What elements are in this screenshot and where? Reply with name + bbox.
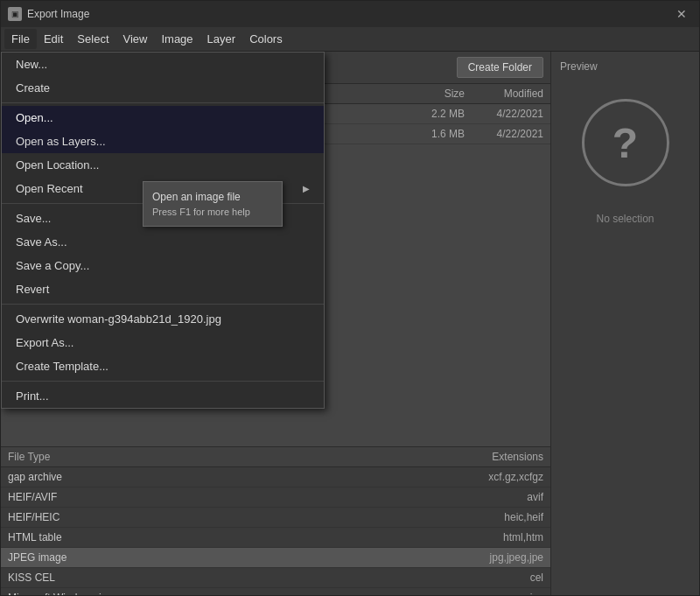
col-header-modified: Modified — [465, 88, 543, 100]
file-size: 2.2 MB — [395, 108, 465, 120]
menu-item-open-location[interactable]: Open Location... — [2, 153, 324, 177]
ft-type: HTML table — [8, 531, 403, 543]
menu-item-revert[interactable]: Revert — [2, 277, 324, 301]
ft-row-heif-avif[interactable]: HEIF/AVIF avif — [1, 487, 550, 508]
ft-type: HEIF/AVIF — [8, 491, 403, 503]
ft-ext: ico — [403, 592, 543, 595]
ft-col-ext-header: Extensions — [403, 451, 543, 463]
ft-type: gap archive — [8, 471, 403, 483]
menu-edit[interactable]: Edit — [37, 29, 70, 49]
menu-item-create[interactable]: Create — [2, 76, 324, 100]
main-window: ▣ Export Image ✕ File Edit Select View I… — [0, 0, 700, 596]
ft-row-heif-heic[interactable]: HEIF/HEIC heic,heif — [1, 508, 550, 528]
ft-type: KISS CEL — [8, 571, 403, 584]
menu-bar: File Edit Select View Image Layer Colors — [1, 27, 699, 52]
submenu-title: Open an image file — [152, 189, 273, 205]
menu-view[interactable]: View — [116, 29, 155, 49]
menu-item-create-template[interactable]: Create Template... — [2, 354, 324, 378]
ft-row-gap[interactable]: gap archive xcf.gz,xcfgz — [1, 467, 550, 487]
separator-1 — [2, 102, 324, 103]
menu-colors[interactable]: Colors — [242, 29, 290, 49]
file-modified: 4/22/2021 — [465, 108, 543, 120]
menu-layer[interactable]: Layer — [200, 29, 243, 49]
menu-item-export-as[interactable]: Export As... — [2, 331, 324, 354]
ft-col-type-header: File Type — [8, 451, 403, 463]
title-bar-left: ▣ Export Image — [8, 7, 89, 21]
menu-image[interactable]: Image — [154, 29, 200, 49]
separator-4 — [2, 381, 324, 382]
ft-ext: xcf.gz,xcfgz — [403, 471, 543, 483]
ft-ext: heic,heif — [403, 511, 543, 523]
main-content: Create Folder ^ Name Size Modified 2.2 M… — [1, 52, 699, 595]
preview-label: Preview — [560, 60, 598, 73]
ft-type: HEIF/HEIC — [8, 511, 403, 523]
menu-select[interactable]: Select — [70, 29, 116, 49]
menu-item-new[interactable]: New... — [2, 53, 324, 76]
ft-row-ico[interactable]: Microsoft Windows icon ico — [1, 588, 550, 595]
ft-type: Microsoft Windows icon — [8, 592, 403, 595]
file-size: 1.6 MB — [395, 128, 465, 140]
ft-ext: jpg,jpeg,jpe — [403, 551, 543, 564]
menu-item-save-as[interactable]: Save As... — [2, 230, 324, 254]
preview-panel: Preview ? No selection — [550, 52, 699, 595]
ft-row-html[interactable]: HTML table html,htm — [1, 528, 550, 548]
ft-row-kiss[interactable]: KISS CEL cel — [1, 568, 550, 588]
submenu-hint: Press F1 for more help — [152, 205, 273, 219]
ft-ext: cel — [403, 571, 543, 584]
col-header-size: Size — [395, 88, 465, 100]
ft-header: File Type Extensions — [1, 447, 550, 467]
ft-type: JPEG image — [8, 551, 403, 564]
menu-item-open[interactable]: Open... — [2, 106, 324, 130]
close-button[interactable]: ✕ — [671, 5, 692, 23]
no-selection-text: No selection — [596, 213, 654, 225]
menu-file[interactable]: File — [4, 29, 37, 49]
menu-item-save-copy[interactable]: Save a Copy... — [2, 254, 324, 277]
window-title: Export Image — [27, 8, 89, 20]
file-dropdown-menu: New... Create Open... Open as Layers... … — [1, 52, 325, 409]
file-modified: 4/22/2021 — [465, 128, 543, 140]
ft-row-jpeg[interactable]: JPEG image jpg,jpeg,jpe — [1, 548, 550, 568]
submenu-popup: Open an image file Press F1 for more hel… — [143, 181, 283, 227]
preview-icon-area: ? — [582, 99, 669, 186]
menu-item-open-layers[interactable]: Open as Layers... — [2, 130, 324, 153]
no-preview-icon: ? — [612, 119, 638, 167]
file-type-table: File Type Extensions gap archive xcf.gz,… — [1, 446, 550, 595]
separator-3 — [2, 304, 324, 305]
submenu-arrow-icon: ▶ — [303, 184, 310, 193]
ft-ext: html,htm — [403, 531, 543, 543]
create-folder-button[interactable]: Create Folder — [457, 57, 543, 78]
menu-item-print[interactable]: Print... — [2, 384, 324, 408]
ft-ext: avif — [403, 491, 543, 503]
menu-item-overwrite[interactable]: Overwrite woman-g394abb21d_1920.jpg — [2, 307, 324, 331]
title-bar: ▣ Export Image ✕ — [1, 1, 699, 27]
app-icon: ▣ — [8, 7, 22, 21]
open-recent-label: Open Recent — [16, 182, 83, 195]
